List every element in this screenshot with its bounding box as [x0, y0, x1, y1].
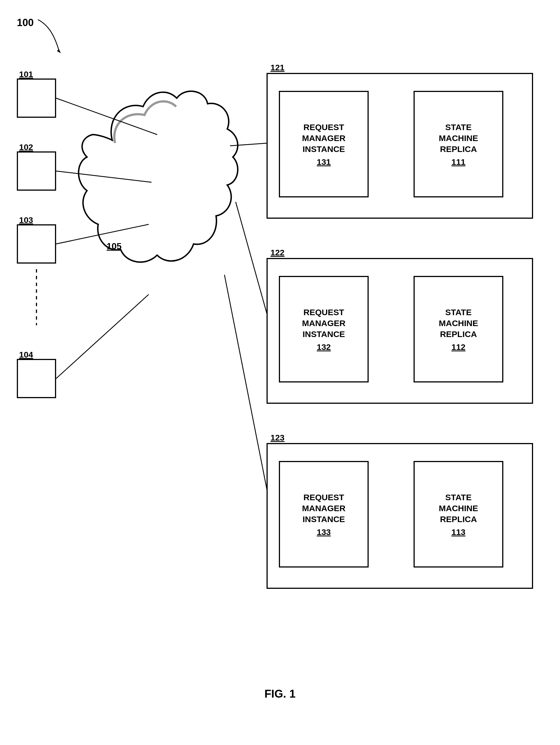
client-box-102	[17, 152, 56, 191]
state-machine-112-text: STATEMACHINEREPLICA	[439, 307, 478, 339]
client-label-102: 102	[19, 142, 33, 152]
client-box-103	[17, 224, 56, 264]
arrow-100	[15, 14, 71, 70]
server-group-label-121: 121	[271, 63, 284, 72]
state-machine-111: STATEMACHINEREPLICA 111	[413, 91, 503, 197]
request-manager-131-id: 131	[317, 157, 331, 167]
request-manager-133-text: REQUESTMANAGERINSTANCE	[302, 492, 346, 525]
state-machine-111-text: STATEMACHINEREPLICA	[439, 122, 478, 155]
figure-label: FIG. 1	[0, 687, 560, 700]
server-group-122: 122 REQUESTMANAGERINSTANCE 132 STATEMACH…	[267, 258, 533, 404]
svg-marker-0	[57, 49, 61, 53]
client-box-101	[17, 78, 56, 118]
client-label-103: 103	[19, 215, 33, 225]
client-label-104: 104	[19, 350, 33, 359]
network-label-105: 105	[106, 241, 122, 252]
state-machine-112-id: 112	[452, 343, 465, 352]
state-machine-111-id: 111	[452, 157, 465, 167]
request-manager-133: REQUESTMANAGERINSTANCE 133	[279, 461, 369, 568]
server-group-121: 121 REQUESTMANAGERINSTANCE 131 STATEMACH…	[267, 73, 533, 219]
state-machine-113-text: STATEMACHINEREPLICA	[439, 492, 478, 525]
request-manager-133-id: 133	[317, 527, 331, 537]
state-machine-113: STATEMACHINEREPLICA 113	[413, 461, 503, 568]
request-manager-132-text: REQUESTMANAGERINSTANCE	[302, 307, 346, 339]
request-manager-131: REQUESTMANAGERINSTANCE 131	[279, 91, 369, 197]
cloud-network	[56, 84, 247, 421]
diagram: 100 101 102 103 104 105	[0, 0, 560, 745]
server-group-label-123: 123	[271, 433, 284, 443]
server-group-123: 123 REQUESTMANAGERINSTANCE 133 STATEMACH…	[267, 443, 533, 589]
client-label-101: 101	[19, 69, 33, 79]
request-manager-132: REQUESTMANAGERINSTANCE 132	[279, 276, 369, 383]
state-machine-113-id: 113	[452, 527, 465, 537]
client-box-104	[17, 359, 56, 398]
dashed-separator	[36, 269, 37, 325]
request-manager-131-text: REQUESTMANAGERINSTANCE	[302, 122, 346, 155]
request-manager-132-id: 132	[317, 343, 331, 352]
state-machine-112: STATEMACHINEREPLICA 112	[413, 276, 503, 383]
server-group-label-122: 122	[271, 248, 284, 257]
